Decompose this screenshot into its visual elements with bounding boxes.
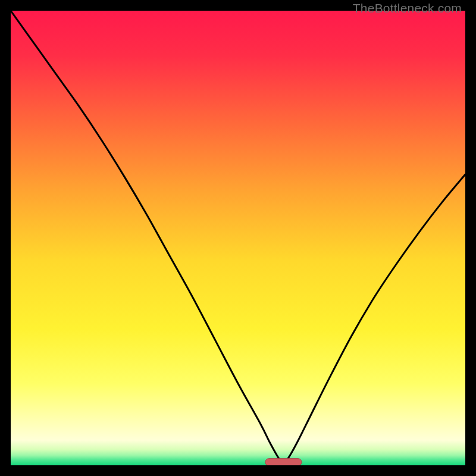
bottleneck-chart-svg [11,11,465,465]
optimal-point-marker [265,459,302,465]
gradient-background [11,11,465,465]
chart-frame [11,11,465,465]
watermark-text: TheBottleneck.com [353,1,462,15]
